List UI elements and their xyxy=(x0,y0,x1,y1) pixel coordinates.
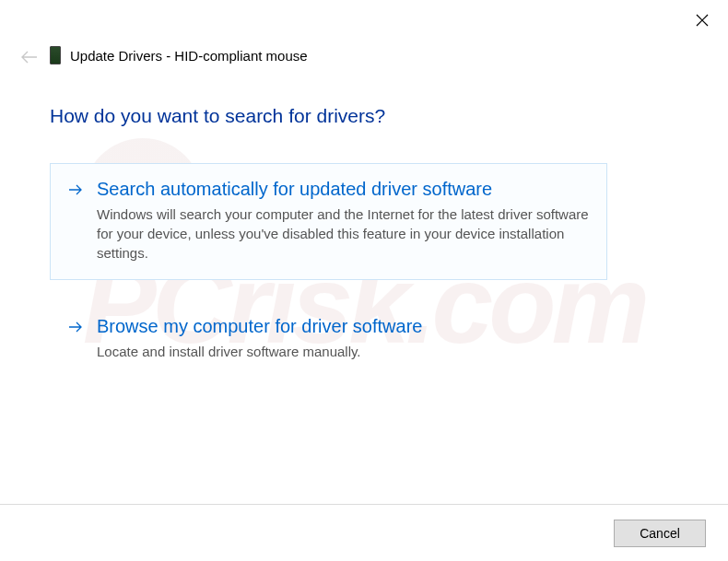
options-list: Search automatically for updated driver … xyxy=(50,163,607,379)
cancel-button[interactable]: Cancel xyxy=(614,520,706,547)
option-description: Locate and install driver software manua… xyxy=(97,342,590,361)
arrow-left-icon xyxy=(20,50,39,64)
option-browse-computer[interactable]: Browse my computer for driver software L… xyxy=(50,300,607,379)
arrow-right-icon xyxy=(67,181,84,198)
close-button[interactable] xyxy=(693,11,711,29)
page-heading: How do you want to search for drivers? xyxy=(50,105,385,127)
option-description: Windows will search your computer and th… xyxy=(97,205,590,263)
close-icon xyxy=(696,14,709,27)
arrow-right-icon xyxy=(67,319,84,335)
back-button xyxy=(20,50,39,68)
option-title: Browse my computer for driver software xyxy=(97,314,590,338)
device-icon xyxy=(50,46,61,64)
window-title-row: Update Drivers - HID-compliant mouse xyxy=(50,46,308,64)
option-title: Search automatically for updated driver … xyxy=(97,177,590,201)
option-content: Browse my computer for driver software L… xyxy=(97,314,590,361)
option-content: Search automatically for updated driver … xyxy=(97,177,590,263)
dialog-footer: Cancel xyxy=(0,504,728,561)
window-title: Update Drivers - HID-compliant mouse xyxy=(70,48,308,64)
option-search-automatically[interactable]: Search automatically for updated driver … xyxy=(50,163,607,280)
